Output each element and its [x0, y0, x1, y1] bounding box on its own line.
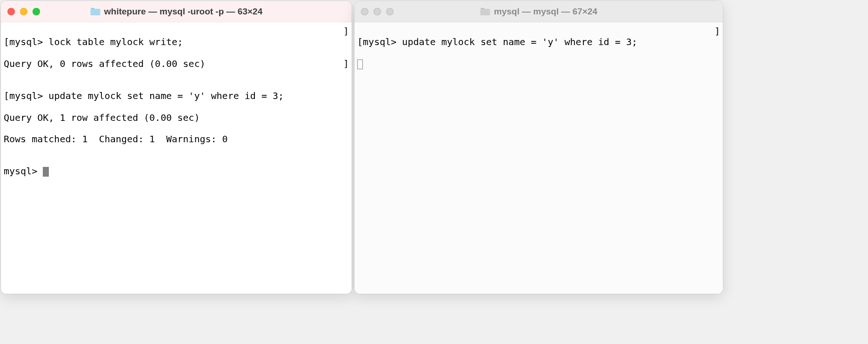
open-bracket-icon: [ — [357, 36, 363, 47]
titlebar-right[interactable]: mysql — mysql — 67×24 — [354, 1, 723, 22]
mysql-prompt: mysql> — [363, 36, 402, 47]
terminal-line — [357, 59, 720, 69]
title-center-right: mysql — mysql — 67×24 — [361, 7, 716, 17]
svg-rect-1 — [480, 9, 490, 15]
terminal-output: Query OK, 0 rows affected (0.00 sec) — [4, 59, 349, 69]
folder-icon — [90, 7, 100, 16]
mysql-prompt: mysql> — [4, 165, 43, 177]
close-bracket-icon: ] — [714, 26, 720, 37]
folder-icon — [480, 7, 490, 16]
terminal-line: mysql> — [4, 166, 349, 177]
terminal-output: Rows matched: 1 Changed: 1 Warnings: 0 — [4, 134, 349, 145]
terminal-command: lock table mylock write; — [48, 36, 183, 47]
svg-rect-0 — [90, 9, 100, 15]
window-title-right: mysql — mysql — 67×24 — [494, 7, 597, 17]
title-center-left: whitepure — mysql -uroot -p — 63×24 — [7, 7, 345, 17]
mysql-prompt: mysql> — [9, 90, 48, 101]
cursor-outline-icon — [357, 60, 363, 69]
close-bracket-icon: ] — [343, 26, 349, 37]
terminal-line: [mysql> lock table mylock write;] — [4, 37, 349, 47]
terminal-output: Query OK, 1 row affected (0.00 sec) — [4, 112, 349, 123]
terminal-line: [mysql> update mylock set name = 'y' whe… — [4, 91, 349, 101]
window-title-left: whitepure — mysql -uroot -p — 63×24 — [104, 7, 262, 17]
cursor-icon — [43, 167, 48, 177]
terminal-window-right[interactable]: mysql — mysql — 67×24 [mysql> update myl… — [354, 1, 723, 294]
close-bracket-icon: ] — [343, 59, 349, 69]
titlebar-left[interactable]: whitepure — mysql -uroot -p — 63×24 — [1, 1, 352, 22]
terminal-window-left[interactable]: whitepure — mysql -uroot -p — 63×24 [mys… — [1, 1, 352, 294]
terminal-command: update mylock set name = 'y' where id = … — [48, 90, 284, 101]
terminal-command: update mylock set name = 'y' where id = … — [402, 36, 637, 47]
terminal-body-left[interactable]: [mysql> lock table mylock write;] Query … — [1, 22, 352, 294]
mysql-prompt: mysql> — [9, 36, 48, 47]
open-bracket-icon: [ — [4, 90, 9, 101]
terminal-line: [mysql> update mylock set name = 'y' whe… — [357, 37, 720, 47]
terminal-body-right[interactable]: [mysql> update mylock set name = 'y' whe… — [354, 22, 723, 294]
open-bracket-icon: [ — [4, 36, 9, 47]
